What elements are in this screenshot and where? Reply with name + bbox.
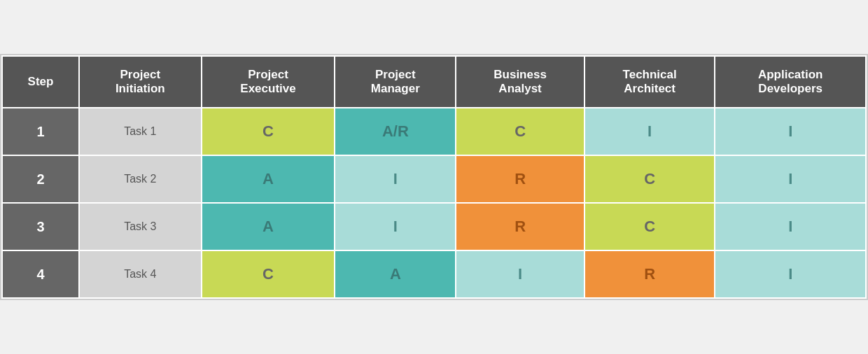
business-analyst-cell-1: C xyxy=(456,108,584,155)
project-manager-cell-4: A xyxy=(335,250,456,298)
task-cell-1: Task 1 xyxy=(79,108,202,155)
table-row: 3Task 3AIRCI xyxy=(2,203,866,250)
raci-table: Step Project Initiation Project Executiv… xyxy=(0,54,868,300)
application-developers-cell-2: I xyxy=(715,155,866,203)
step-cell-4: 4 xyxy=(2,250,79,298)
table-row: 4Task 4CAIRI xyxy=(2,250,866,298)
technical-architect-cell-4: R xyxy=(584,250,715,298)
project-executive-cell-4: C xyxy=(202,250,335,298)
business-analyst-cell-3: R xyxy=(456,203,584,250)
technical-architect-cell-3: C xyxy=(584,203,715,250)
step-cell-2: 2 xyxy=(2,155,79,203)
application-developers-cell-1: I xyxy=(715,108,866,155)
project-manager-cell-2: I xyxy=(335,155,456,203)
task-cell-4: Task 4 xyxy=(79,250,202,298)
step-cell-3: 3 xyxy=(2,203,79,250)
application-developers-cell-4: I xyxy=(715,250,866,298)
header-business-analyst: Business Analyst xyxy=(456,56,584,108)
project-executive-cell-1: C xyxy=(202,108,335,155)
header-project-initiation: Project Initiation xyxy=(79,56,202,108)
project-executive-cell-2: A xyxy=(202,155,335,203)
table-row: 2Task 2AIRCI xyxy=(2,155,866,203)
project-manager-cell-3: I xyxy=(335,203,456,250)
header-application-developers: Application Developers xyxy=(715,56,866,108)
header-technical-architect: Technical Architect xyxy=(584,56,715,108)
header-project-manager: Project Manager xyxy=(335,56,456,108)
project-manager-cell-1: A/R xyxy=(335,108,456,155)
application-developers-cell-3: I xyxy=(715,203,866,250)
header-project-executive: Project Executive xyxy=(202,56,335,108)
header-step: Step xyxy=(2,56,79,108)
business-analyst-cell-2: R xyxy=(456,155,584,203)
technical-architect-cell-1: I xyxy=(584,108,715,155)
task-cell-3: Task 3 xyxy=(79,203,202,250)
step-cell-1: 1 xyxy=(2,108,79,155)
table-row: 1Task 1CA/RCII xyxy=(2,108,866,155)
header-row: Step Project Initiation Project Executiv… xyxy=(2,56,866,108)
technical-architect-cell-2: C xyxy=(584,155,715,203)
project-executive-cell-3: A xyxy=(202,203,335,250)
business-analyst-cell-4: I xyxy=(456,250,584,298)
task-cell-2: Task 2 xyxy=(79,155,202,203)
